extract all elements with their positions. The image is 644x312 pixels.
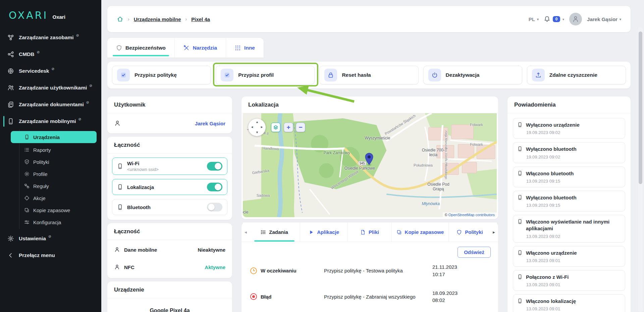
logo[interactable]: OXARI Oxari: [0, 0, 101, 26]
middle-column: Lokalizacja: [241, 97, 498, 312]
card-title: Łączność: [107, 137, 232, 153]
notification-item[interactable]: Wyłączono urządzenie 19.09.2023 09:02: [513, 118, 625, 139]
sidebar-item-label: CMDB: [19, 51, 35, 57]
breadcrumb-device[interactable]: Pixel 4a: [191, 16, 210, 22]
tab-tasks[interactable]: Zadania: [249, 223, 300, 242]
sidebar-item-mobile-management[interactable]: Zarządzanie mobilnymi ⊘: [0, 113, 101, 130]
notifications-menu[interactable]: 0 ▾: [544, 16, 564, 22]
tasks-card: ◄ Zadania Aplikacje Pliki: [241, 223, 498, 312]
attribution-suffix: contributors: [474, 213, 495, 217]
notification-text: Wyłączono bluetooth: [526, 146, 577, 152]
zoom-in-button[interactable]: +: [284, 123, 293, 132]
remote-wipe-button[interactable]: Zdalne czyszczenie: [527, 66, 626, 84]
play-icon: [309, 230, 314, 235]
notification-item[interactable]: Włączono urządzenie 13.09.2023 09:01: [513, 246, 625, 267]
person-icon: [114, 120, 121, 127]
tab-security[interactable]: Bezpieczeństwo: [107, 38, 175, 58]
tab-policies[interactable]: Polityki: [449, 223, 491, 242]
chevron-left-icon: [7, 252, 14, 259]
logo-subtext: Oxari: [52, 14, 65, 20]
sidebar-subitem-reports[interactable]: Raporty: [19, 144, 101, 156]
notification-item[interactable]: Włączono bluetooth 13.09.2023 09:15: [513, 167, 625, 187]
tab-backups[interactable]: Kopie zapasowe: [392, 223, 449, 242]
sidebar-subitem-rules[interactable]: Reguły: [19, 180, 101, 192]
tab-tools[interactable]: Narzędzia: [175, 38, 226, 58]
sidebar-subitem-label: Kopie zapasowe: [33, 207, 70, 213]
notification-item[interactable]: Włączono wyświetlanie nad innymi aplikac…: [513, 215, 625, 243]
pan-down-icon[interactable]: ▼: [256, 131, 259, 134]
sidebar-item-assets[interactable]: Zarządzanie zasobami ⊘: [0, 29, 101, 46]
map-label: Wyszymieście: [365, 136, 390, 140]
smartphone-icon: [517, 171, 523, 176]
sidebar-item-cmdb[interactable]: CMDB ⊘: [0, 46, 101, 63]
sidebar-item-documents[interactable]: Zarządzanie dokumentami ⊘: [0, 96, 101, 113]
map[interactable]: Wyszymieście Park Zamkowy Osiedle Parkow…: [243, 113, 497, 217]
pan-right-icon[interactable]: ►: [260, 126, 263, 129]
notification-date: 13.09.2023 09:01: [526, 258, 621, 263]
vertical-scrollbar[interactable]: [638, 27, 643, 312]
notification-item[interactable]: Wyłączono bluetooth 19.09.2023 09:02: [513, 142, 625, 163]
map-label: Południowa: [414, 163, 433, 167]
notification-item[interactable]: Połączono z Wi-Fi 13.09.2023 09:01: [513, 270, 625, 291]
logo-text: OXARI: [9, 9, 48, 21]
location-toggle[interactable]: [207, 183, 222, 191]
refresh-button[interactable]: Odśwież: [458, 247, 491, 258]
avatar[interactable]: [569, 13, 582, 25]
sidebar-subitem-backups[interactable]: Kopie zapasowe: [19, 204, 101, 216]
sidebar-subitem-profiles[interactable]: Profile: [19, 168, 101, 180]
tab-applications[interactable]: Aplikacje: [300, 223, 348, 242]
sidebar-item-settings[interactable]: Ustawienia ⊘: [0, 230, 101, 247]
user-menu[interactable]: Jarek Gąsior ▾: [587, 16, 621, 22]
notification-item[interactable]: Włączono lokalizację 13.09.2023 09:01: [513, 294, 625, 312]
wifi-row: Wi-Fi <unknown ssid>: [112, 158, 227, 175]
layers-icon: [273, 125, 278, 130]
sidebar-subitem-label: Reguły: [33, 183, 49, 189]
location-card: Lokalizacja: [241, 97, 498, 219]
checkbox-check-icon: [221, 69, 233, 81]
tabs-scroll-right-icon[interactable]: ►: [491, 223, 497, 242]
copy-icon: [396, 230, 402, 235]
scrollbar-thumb[interactable]: [639, 32, 642, 184]
smartphone-icon: [517, 122, 523, 127]
task-row[interactable]: Błąd Przypisz politykę - Zabraniaj wszys…: [241, 284, 498, 310]
task-datetime: 18.09.2023 08:02: [432, 290, 489, 304]
notification-text: Wyłączono urządzenie: [526, 122, 580, 128]
sidebar-item-servicedesk[interactable]: Servicedesk ⊘: [0, 63, 101, 79]
device-card: Urządzenie Google Pixel 4a: [107, 282, 232, 312]
pan-left-icon[interactable]: ◄: [251, 126, 254, 129]
sidebar-subitem-policies[interactable]: Polityki: [19, 156, 101, 168]
sidebar-item-users[interactable]: Zarządzanie użytkownikami ⊘: [0, 79, 101, 96]
osm-link[interactable]: OpenStreetMap: [448, 213, 475, 217]
assign-policy-button[interactable]: Przypisz politykę: [112, 66, 211, 84]
wifi-toggle[interactable]: [207, 162, 222, 171]
task-row[interactable]: W oczekiwaniu Przypisz politykę - Testow…: [241, 258, 498, 284]
smartphone-icon: [517, 250, 523, 255]
language-selector[interactable]: PL ▾: [529, 16, 539, 22]
cmdb-icon: [7, 51, 14, 58]
user-link[interactable]: Jarek Gąsior: [195, 121, 225, 126]
sidebar-subitem-devices[interactable]: Urządzenia: [11, 131, 97, 143]
assign-profile-button[interactable]: Przypisz profil: [216, 66, 315, 84]
sidebar-item-toggle-menu[interactable]: Przełącz menu: [0, 247, 101, 264]
bluetooth-label: Bluetooth: [127, 204, 151, 210]
notification-date: 19.09.2023 09:02: [526, 130, 621, 135]
tabs-scroll-left-icon[interactable]: ◄: [243, 223, 249, 242]
zoom-out-button[interactable]: −: [296, 123, 305, 132]
bluetooth-toggle[interactable]: [207, 203, 222, 211]
card-title: Urządzenie: [107, 282, 232, 298]
tab-files[interactable]: Pliki: [348, 223, 392, 242]
breadcrumb-mobile-devices[interactable]: Urządzenia mobilne: [134, 16, 181, 22]
map-pan-control[interactable]: ▲ ▼ ◄ ►: [248, 119, 266, 136]
reset-password-button[interactable]: Reset hasła: [319, 66, 418, 84]
sidebar-subitem-configuration[interactable]: Konfiguracja: [19, 216, 101, 228]
sidebar-subitem-actions[interactable]: Akcje: [19, 192, 101, 204]
map-layers-button[interactable]: [271, 123, 280, 132]
task-row[interactable]: ✓ Wykonano Nowa polityka - Zabraniaj wsz…: [241, 310, 498, 312]
notification-count-badge: 0: [553, 16, 560, 22]
documents-icon: [7, 101, 14, 108]
pan-up-icon[interactable]: ▲: [256, 121, 259, 124]
home-icon[interactable]: [117, 16, 123, 22]
notification-item[interactable]: Wyłączono bluetooth 13.09.2023 09:15: [513, 191, 625, 211]
deactivate-button[interactable]: Dezaktywacja: [423, 66, 522, 84]
tab-other[interactable]: Inne: [226, 38, 264, 58]
